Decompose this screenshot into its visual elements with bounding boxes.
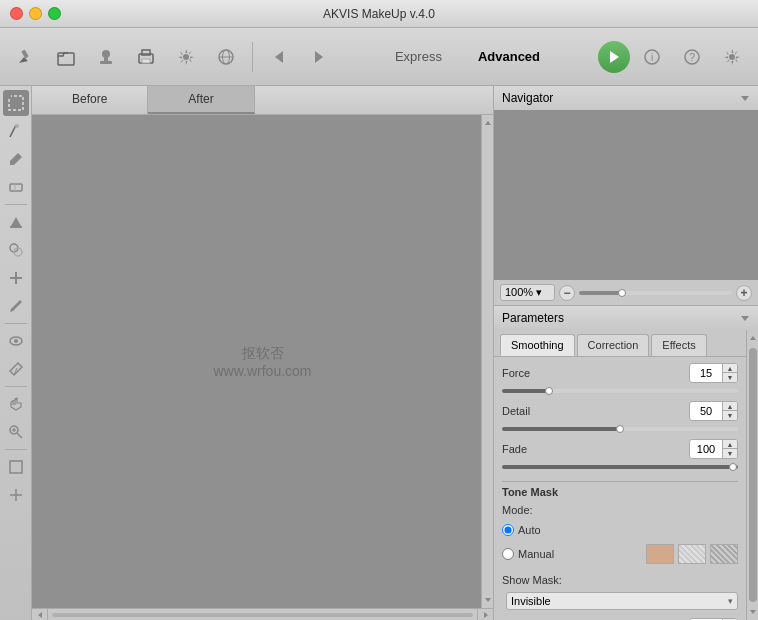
force-step-up[interactable]: ▲ <box>723 364 737 373</box>
rect-nav-button[interactable] <box>3 454 29 480</box>
window-controls <box>10 7 61 20</box>
eraser-tool-button[interactable] <box>3 174 29 200</box>
navigator-title: Navigator <box>502 91 553 105</box>
detail-value-box: ▲ ▼ <box>689 401 738 421</box>
canvas-tabs: Before After <box>32 86 493 115</box>
detail-step-down[interactable]: ▼ <box>723 411 737 420</box>
hand-tool-button[interactable] <box>3 391 29 417</box>
express-mode-button[interactable]: Express <box>381 45 456 68</box>
svg-rect-0 <box>21 49 28 58</box>
select-tool-button[interactable] <box>3 90 29 116</box>
force-input[interactable] <box>690 366 722 380</box>
toolbar: Express Advanced i ? <box>0 28 758 86</box>
info-toolbar-icon[interactable]: i <box>634 39 670 75</box>
svg-rect-38 <box>10 461 22 473</box>
pattern2-swatch[interactable] <box>710 544 738 564</box>
print-toolbar-icon[interactable] <box>128 39 164 75</box>
paint-tool-button[interactable] <box>3 146 29 172</box>
navigator-header[interactable]: Navigator <box>494 86 758 110</box>
tone-mask-auto-radio[interactable] <box>502 524 514 536</box>
zoom-tool-button[interactable] <box>3 419 29 445</box>
forward-toolbar-icon[interactable] <box>301 39 337 75</box>
parameters-content: Force ▲ ▼ <box>494 357 746 620</box>
force-row: Force ▲ ▼ <box>502 363 738 383</box>
canvas-horizontal-scrollbar[interactable] <box>32 608 493 620</box>
preferences-toolbar-icon[interactable] <box>714 39 750 75</box>
zoom-in-button[interactable]: + <box>736 285 752 301</box>
tool-separator-4 <box>5 449 27 450</box>
toolbar-right: i ? <box>598 39 750 75</box>
detail-slider[interactable] <box>502 427 738 431</box>
detail-input[interactable] <box>690 404 722 418</box>
params-scroll-down[interactable] <box>747 604 758 620</box>
eye-tool-button[interactable] <box>3 328 29 354</box>
svg-marker-45 <box>741 96 749 101</box>
zoom-slider[interactable] <box>579 291 732 295</box>
scroll-up-button[interactable] <box>482 115 493 131</box>
effects-tab[interactable]: Effects <box>651 334 706 356</box>
skin-color-swatch[interactable] <box>646 544 674 564</box>
tone-mask-manual-radio[interactable] <box>502 548 514 560</box>
stamp-toolbar-icon[interactable] <box>88 39 124 75</box>
fade-input[interactable] <box>690 442 722 456</box>
fade-stepper: ▲ ▼ <box>722 440 737 458</box>
fade-step-up[interactable]: ▲ <box>723 440 737 449</box>
scroll-down-button[interactable] <box>482 592 493 608</box>
right-panel: Navigator 100% ▾ − + Parameters <box>493 86 758 620</box>
pattern1-swatch[interactable] <box>678 544 706 564</box>
scroll-right-button[interactable] <box>477 609 493 620</box>
detail-step-up[interactable]: ▲ <box>723 402 737 411</box>
svg-line-22 <box>10 125 16 137</box>
fade-row: Fade ▲ ▼ <box>502 439 738 459</box>
svg-point-32 <box>14 339 18 343</box>
canvas-vertical-scrollbar[interactable] <box>481 115 493 608</box>
params-scroll-up[interactable] <box>747 330 758 346</box>
wand-tool-button[interactable] <box>3 118 29 144</box>
brush-toolbar-icon[interactable] <box>8 39 44 75</box>
cross-nav-button[interactable] <box>3 482 29 508</box>
fill-tool-button[interactable] <box>3 209 29 235</box>
run-button[interactable] <box>598 41 630 73</box>
smoothing-tab[interactable]: Smoothing <box>500 334 575 356</box>
svg-rect-24 <box>10 184 22 191</box>
back-toolbar-icon[interactable] <box>261 39 297 75</box>
svg-line-35 <box>17 433 22 438</box>
navigator-preview <box>494 110 758 280</box>
globe-toolbar-icon[interactable] <box>208 39 244 75</box>
fade-step-down[interactable]: ▼ <box>723 449 737 458</box>
force-slider[interactable] <box>502 389 738 393</box>
minimize-button[interactable] <box>29 7 42 20</box>
advanced-mode-button[interactable]: Advanced <box>464 45 554 68</box>
scroll-left-button[interactable] <box>32 609 48 620</box>
app-title: AKVIS MakeUp v.4.0 <box>323 7 435 21</box>
params-vertical-scrollbar[interactable] <box>746 330 758 620</box>
force-step-down[interactable]: ▼ <box>723 373 737 382</box>
open-toolbar-icon[interactable] <box>48 39 84 75</box>
zoom-out-button[interactable]: − <box>559 285 575 301</box>
pen-tool-button[interactable] <box>3 293 29 319</box>
params-scroll-thumb[interactable] <box>749 348 757 602</box>
settings-toolbar-icon[interactable] <box>168 39 204 75</box>
spot-heal-button[interactable] <box>3 265 29 291</box>
detail-slider-thumb[interactable] <box>616 425 624 433</box>
fade-slider[interactable] <box>502 465 738 469</box>
help-toolbar-icon[interactable]: ? <box>674 39 710 75</box>
parameters-header[interactable]: Parameters <box>494 306 758 330</box>
fade-slider-thumb[interactable] <box>729 463 737 471</box>
before-tab[interactable]: Before <box>32 86 148 114</box>
force-slider-thumb[interactable] <box>545 387 553 395</box>
clone-tool-button[interactable] <box>3 237 29 263</box>
show-mask-select[interactable]: Invisible ▾ <box>506 592 738 610</box>
tone-mask-title: Tone Mask <box>502 481 738 498</box>
canvas-viewport[interactable]: 抠软否 www.wrfou.com <box>32 115 493 608</box>
navigator-section: Navigator 100% ▾ − + <box>494 86 758 306</box>
zoom-select[interactable]: 100% ▾ <box>500 284 555 301</box>
after-tab[interactable]: After <box>148 86 254 114</box>
correction-tab[interactable]: Correction <box>577 334 650 356</box>
horizontal-scroll-track <box>52 613 473 617</box>
zoom-slider-thumb[interactable] <box>618 289 626 297</box>
dropper-tool-button[interactable] <box>3 356 29 382</box>
parameters-title: Parameters <box>502 311 564 325</box>
close-button[interactable] <box>10 7 23 20</box>
maximize-button[interactable] <box>48 7 61 20</box>
